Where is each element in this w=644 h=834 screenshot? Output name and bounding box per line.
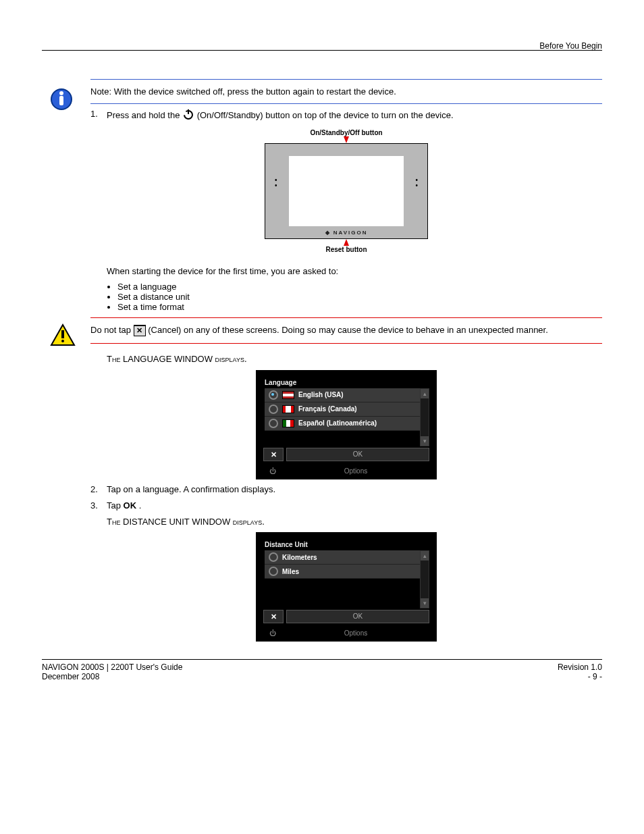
power-icon	[182, 108, 194, 124]
note-text: Note: With the device switched off, pres…	[90, 86, 396, 97]
radio-icon	[269, 405, 278, 414]
svg-rect-6	[61, 330, 64, 338]
warning-icon	[50, 323, 76, 348]
footer-date: December 2008	[42, 672, 182, 681]
ss2-options-button[interactable]: Options	[282, 629, 429, 637]
scroll-up-icon[interactable]: ▴	[421, 389, 429, 398]
step-3-number: 3.	[90, 500, 107, 512]
info-icon	[50, 88, 73, 113]
step-1: 1. Press and hold the (On/Off/Standby) b…	[90, 108, 602, 124]
distance-window-text: The DISTANCE UNIT WINDOW displays.	[107, 517, 265, 527]
ss2-cancel-button[interactable]: ✕	[263, 610, 284, 623]
language-window-paragraph: The LANGUAGE WINDOW displays.	[107, 353, 602, 365]
device-figure: On/Standby/Off button •• •• ◆ NAVIGON Re…	[252, 129, 441, 253]
step-3-before: Tap	[107, 500, 124, 511]
radio-icon	[269, 390, 278, 400]
device-outline: •• •• ◆ NAVIGON	[265, 143, 428, 239]
header-right-text: Before You Begin	[539, 41, 602, 51]
ss2-option-miles[interactable]: Miles	[265, 565, 421, 579]
svg-point-7	[61, 340, 64, 342]
scroll-up-icon[interactable]: ▴	[421, 551, 429, 561]
arrow-up-icon	[344, 239, 349, 246]
flag-mexico-icon	[282, 419, 294, 427]
ss2-scrollbar[interactable]: ▴ ▾	[420, 550, 429, 608]
step-3: 3. Tap OK .	[90, 500, 602, 512]
brand-text: NAVIGON	[333, 230, 368, 236]
device-screen	[289, 156, 404, 226]
radio-icon	[269, 567, 278, 576]
ss2-option-kilometers[interactable]: Kilometers	[265, 550, 421, 565]
figure-top-label: On/Standby/Off button	[252, 129, 441, 136]
ss2-label-km: Kilometers	[282, 554, 317, 561]
flag-canada-icon	[282, 405, 294, 413]
footer-revision: Revision 1.0	[558, 662, 602, 672]
header-divider: Before You Begin	[42, 50, 602, 61]
ss1-list: English (USA) Français (Canada) Español …	[265, 388, 421, 431]
bullet-language: Set a language	[117, 282, 602, 292]
distance-window-paragraph: The DISTANCE UNIT WINDOW displays.	[107, 516, 602, 528]
right-dots-icon: ••	[415, 178, 418, 188]
ss1-title: Language	[265, 379, 296, 386]
ss1-option-espanol[interactable]: Español (Latinoamérica)	[265, 417, 421, 431]
caution-after: (Cancel) on any of these screens. Doing …	[148, 325, 548, 335]
figure-bottom-label: Reset button	[252, 246, 441, 253]
step-3-ok: OK	[124, 500, 137, 511]
step-2-text: Tap on a language. A confirmation displa…	[107, 484, 275, 496]
cancel-inline-icon: ✕	[134, 325, 146, 336]
ss1-label-en: English (USA)	[298, 391, 344, 398]
first-time-paragraph: When starting the device for the first t…	[107, 265, 602, 278]
step-1-number: 1.	[90, 108, 107, 124]
bullet-time: Set a time format	[117, 302, 602, 312]
ss2-list: Kilometers Miles	[265, 550, 421, 579]
distance-screenshot: Distance Unit Kilometers Miles ▴ ▾	[256, 532, 437, 642]
svg-rect-1	[59, 96, 63, 105]
step-1-text-after: (On/Off/Standby) button on top of the de…	[197, 110, 454, 120]
language-window-text: The LANGUAGE WINDOW displays.	[107, 354, 247, 364]
language-screenshot: Language English (USA) Français (Canada)	[256, 370, 437, 479]
ss2-title: Distance Unit	[265, 541, 308, 548]
caution-text: Do not tap ✕ (Cancel) on any of these sc…	[90, 325, 548, 335]
note-callout: Note: With the device switched off, pres…	[90, 79, 602, 104]
bullet-distance: Set a distance unit	[117, 292, 602, 302]
footer-page: - 9 -	[558, 672, 602, 681]
arrow-down-icon	[344, 136, 349, 143]
ss1-cancel-button[interactable]: ✕	[263, 448, 284, 461]
ss2-ok-button[interactable]: OK	[286, 610, 429, 623]
svg-point-2	[59, 91, 63, 95]
ss1-label-es: Español (Latinoamérica)	[298, 419, 377, 427]
caution-before: Do not tap	[90, 325, 134, 335]
step-1-text: Press and hold the (On/Off/Standby) butt…	[107, 108, 454, 124]
ss1-scrollbar[interactable]: ▴ ▾	[420, 388, 429, 446]
ss1-ok-button[interactable]: OK	[286, 448, 429, 461]
radio-icon	[269, 419, 278, 428]
brand-diamond-icon: ◆	[325, 230, 331, 236]
device-brand: ◆ NAVIGON	[265, 230, 427, 236]
caution-callout: Do not tap ✕ (Cancel) on any of these sc…	[90, 317, 602, 344]
step-1-text-before: Press and hold the	[107, 110, 182, 120]
ss2-power-icon[interactable]: ⏻	[263, 629, 282, 637]
footer-divider: NAVIGON 2000S | 2200T User's Guide Decem…	[42, 659, 602, 681]
step-3-text: Tap OK .	[107, 500, 141, 512]
scroll-down-icon[interactable]: ▾	[421, 598, 429, 608]
footer-title: NAVIGON 2000S | 2200T User's Guide	[42, 662, 182, 672]
flag-usa-icon	[282, 391, 294, 399]
ss1-options-button[interactable]: Options	[282, 467, 429, 475]
step-2: 2. Tap on a language. A confirmation dis…	[90, 484, 602, 496]
ss1-option-english[interactable]: English (USA)	[265, 388, 421, 402]
step-3-after: .	[139, 500, 142, 511]
scroll-down-icon[interactable]: ▾	[421, 436, 429, 446]
step-2-number: 2.	[90, 484, 107, 496]
ss2-label-mi: Miles	[282, 568, 299, 575]
ss1-label-fr: Français (Canada)	[298, 405, 357, 413]
left-dots-icon: ••	[275, 178, 277, 188]
radio-icon	[269, 552, 278, 562]
ss1-option-francais[interactable]: Français (Canada)	[265, 402, 421, 417]
ss1-power-icon[interactable]: ⏻	[263, 467, 282, 475]
